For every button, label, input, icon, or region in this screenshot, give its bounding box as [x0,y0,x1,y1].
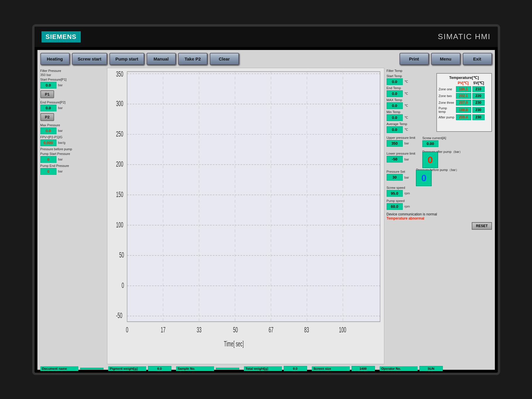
screw-current-value[interactable]: 0.00 [422,140,438,147]
pump-temp-sv[interactable]: 230 [472,107,485,113]
pump-temp-pv[interactable]: 188.8 [456,107,471,113]
zone-two-label: Zone two [439,94,455,98]
pump-temp-row: Pump temp 188.8 230 [439,106,490,113]
svg-text:200: 200 [116,160,123,168]
doc-name-value[interactable] [80,368,104,369]
after-pump-sv[interactable]: 230 [472,114,485,120]
operator-value[interactable]: SUN [419,366,443,371]
screw-start-button[interactable]: Screw start [72,53,107,65]
simatic-label: SIMATIC HMI [438,32,490,41]
lower-pressure-label: Lower pressure limit [387,152,415,155]
svg-text:100: 100 [116,220,123,229]
main-content: Heating Screw start Pump start Manual Ta… [37,50,495,370]
screen: SIEMENS SIMATIC HMI Heating Screw start … [32,24,500,375]
pump-speed-value[interactable]: 60.0 [387,203,403,210]
svg-text:50: 50 [119,251,124,259]
zone-two-sv[interactable]: 220 [472,93,485,99]
zone-three-sv[interactable]: 230 [472,100,485,106]
pressure-settings: Upper pressure limit 350 bar Screw curre… [387,135,492,230]
clear-button[interactable]: Clear [210,53,239,65]
start-temp-label: Start Temp [387,74,433,78]
p2-button[interactable]: P2 [40,113,54,121]
zone-three-row: Zone three 207.0 230 [439,100,490,106]
filter-temp-label: Filter Temp [387,69,492,72]
total-weight-value[interactable]: 0.0 [284,366,307,371]
pressure-after-pump-value[interactable]: 0 [422,152,438,168]
exit-button[interactable]: Exit [463,53,492,65]
upper-pressure-label: Upper pressure limit [387,136,415,139]
svg-text:50: 50 [233,325,238,334]
after-pump-pv[interactable]: 209.4 [456,114,471,120]
max-temp-value[interactable]: 0.0 [387,102,403,109]
svg-text:350: 350 [116,70,123,78]
reset-button[interactable]: RESET [472,222,492,230]
chart-area: 350 300 250 200 150 100 50 0 -50 [107,68,384,364]
pigment-weight-value[interactable]: 0.0 [148,366,171,371]
end-pressure-value[interactable]: 0.0 [40,105,56,111]
lower-pressure-value[interactable]: -50 [387,156,403,163]
upper-pressure-value[interactable]: 350 [387,140,403,147]
avg-temp-value[interactable]: 0.0 [387,126,403,133]
svg-rect-9 [127,72,380,322]
min-temp-label: Min Temp [387,110,433,114]
content-area: Filter Pressure 350 bar Start Pressure[P… [40,68,492,364]
filter-temp-section: Filter Temp Start Temp 0.0 ℃ End Temp [387,69,492,134]
heating-button[interactable]: Heating [40,53,70,65]
left-panel: Filter Pressure 350 bar Start Pressure[P… [40,68,105,364]
filter-pressure-unit: 350 bar [40,73,105,77]
manual-button[interactable]: Manual [147,53,176,65]
p1-button[interactable]: P1 [40,90,54,98]
pressure-before-pump-value[interactable]: 0 [416,170,432,186]
filter-pressure-label: Filter Pressure [40,69,105,72]
svg-text:Time[ sec]: Time[ sec] [224,339,244,348]
pump-start-pressure-value[interactable]: 0 [40,156,56,163]
svg-text:0: 0 [121,281,124,290]
screen-size-value[interactable]: 1400 [352,366,375,371]
start-temp-value[interactable]: 0.0 [387,78,403,85]
temp-panel-title: Temperature[℃] [439,75,490,80]
zone-one-row: Zone one 186.1 210 [439,86,490,92]
end-pressure-unit: bar [58,106,63,110]
max-pressure-label: Max Pressure [40,123,105,127]
screen-size-label: Screen size [312,366,350,371]
start-pressure-unit: bar [58,83,63,87]
end-temp-value[interactable]: 0.0 [387,90,403,97]
pressure-set-label: Pressure Set [387,170,409,173]
bottom-info: Document name Pigment weight[g] 0.0 Samp… [40,366,492,375]
max-pressure-value[interactable]: 0.0 [40,127,56,134]
avg-temp-label: Average Temp [387,122,433,126]
take-p2-button[interactable]: Take P2 [178,53,207,65]
print-button[interactable]: Print [400,53,429,65]
pump-start-button[interactable]: Pump start [109,53,144,65]
zone-three-label: Zone three [439,101,455,104]
zone-two-pv[interactable]: 202.1 [456,93,471,99]
zone-one-label: Zone one [439,87,455,91]
svg-text:100: 100 [339,325,346,334]
screw-speed-label: Screw speed [387,186,410,189]
total-weight-row: Total weight[g] 0.0 [244,366,307,371]
min-temp-value[interactable]: 0.0 [387,114,403,121]
screw-current-label: Screw current[A] [422,136,446,140]
fpv-unit: bar/g [58,141,66,144]
pressure-set-value[interactable]: 30 [387,174,403,181]
chart-svg: 350 300 250 200 150 100 50 0 -50 [107,68,384,364]
zone-one-sv[interactable]: 210 [472,86,485,92]
operator-label: Operator No. [380,366,418,371]
pump-end-unit: bar [58,170,63,173]
zone-three-pv[interactable]: 207.0 [456,100,471,106]
screw-speed-value[interactable]: 95.0 [387,190,403,197]
zone-two-row: Zone two 202.1 220 [439,93,490,99]
menu-button[interactable]: Menu [431,53,460,65]
button-row: Heating Screw start Pump start Manual Ta… [40,53,492,65]
start-pressure-label: Start Pressure[P1] [40,78,105,81]
pump-end-pressure-value[interactable]: 0 [40,168,56,175]
max-temp-label: MAX Temp [387,98,433,102]
fpv-value[interactable]: 0.000 [40,139,56,146]
pump-start-unit: bar [58,158,63,161]
sample-no-value[interactable] [216,368,239,369]
start-pressure-value[interactable]: 0.0 [40,82,56,89]
screen-size-row: Screen size 1400 [312,366,375,371]
svg-text:33: 33 [197,325,202,334]
zone-one-pv[interactable]: 186.1 [456,86,471,92]
pump-speed-label: Pump speed [387,199,410,203]
